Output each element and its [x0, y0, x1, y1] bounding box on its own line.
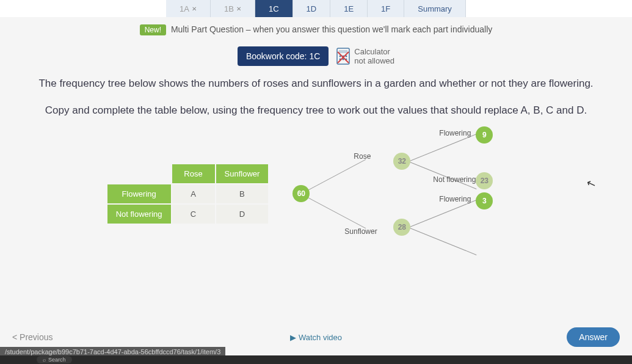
tree-root: 60 [292, 185, 310, 202]
new-badge: New! [140, 24, 166, 35]
calculator-label: Calculator [354, 47, 394, 56]
svg-rect-1 [339, 50, 347, 53]
question-paragraph-1: The frequency tree below shows the numbe… [0, 73, 632, 94]
frequency-table: Rose Sunflower Flowering A B Not floweri… [107, 164, 269, 224]
bookwork-code: Bookwork code: 1C [238, 46, 329, 66]
tab-1d[interactable]: 1D [293, 0, 331, 17]
video-icon: ▶ [290, 333, 296, 342]
tree-label-sun-flowering: Flowering [439, 195, 471, 203]
tree-label-sunflower: Sunflower [344, 227, 377, 236]
previous-button[interactable]: < Previous [12, 332, 53, 342]
table-cell-c: C [172, 205, 215, 224]
taskbar: ⌕ Search [0, 355, 632, 364]
tree-node-rose-flowering: 9 [476, 126, 493, 144]
bookwork-row: Bookwork code: 1C Calculator not allowed [0, 42, 632, 73]
tab-1f[interactable]: 1F [368, 0, 404, 17]
table-col-sunflower: Sunflower [216, 164, 269, 183]
tree-node-rose: 32 [393, 153, 410, 170]
content-area: Rose Sunflower Flowering A B Not floweri… [0, 133, 632, 255]
calculator-icon [336, 48, 351, 65]
table-col-rose: Rose [172, 164, 215, 183]
table-cell-d: D [216, 205, 269, 224]
frequency-tree: 60 Rose Sunflower 32 28 Flowering Not fl… [292, 133, 525, 255]
search-icon: ⌕ [43, 357, 46, 363]
table-corner [107, 164, 171, 183]
tree-label-rose-notflowering: Not flowering [433, 175, 476, 184]
tree-label-rose-flowering: Flowering [439, 129, 471, 137]
multipart-text: Multi Part Question – when you answer th… [171, 24, 492, 34]
multipart-notice: New! Multi Part Question – when you answ… [0, 17, 632, 42]
table-row-flowering: Flowering [107, 184, 171, 203]
close-icon: ✕ [192, 5, 197, 12]
footer: < Previous ▶ Watch video Answer [0, 327, 632, 347]
tab-1b[interactable]: 1B ✕ [211, 0, 255, 17]
tab-1e[interactable]: 1E [330, 0, 368, 17]
tab-1a[interactable]: 1A ✕ [166, 0, 211, 17]
tree-node-sun-flowering: 3 [476, 192, 493, 209]
tree-label-rose: Rose [354, 152, 371, 161]
tab-summary[interactable]: Summary [404, 0, 466, 17]
question-paragraph-2: Copy and complete the table below, using… [0, 100, 632, 121]
table-row-notflowering: Not flowering [107, 205, 171, 224]
table-cell-b: B [216, 184, 269, 203]
question-tabs: 1A ✕ 1B ✕ 1C 1D 1E 1F Summary [0, 0, 632, 17]
tree-node-sunflower: 28 [393, 219, 410, 236]
calculator-status: Calculator not allowed [336, 47, 394, 65]
watch-video-button[interactable]: ▶ Watch video [290, 333, 342, 342]
answer-button[interactable]: Answer [567, 327, 620, 347]
table-cell-a: A [172, 184, 215, 203]
calculator-not-allowed: not allowed [354, 56, 394, 65]
close-icon: ✕ [236, 5, 241, 12]
tab-1c[interactable]: 1C [255, 0, 293, 17]
tree-node-rose-notflowering: 23 [476, 172, 493, 189]
taskbar-search[interactable]: ⌕ Search [37, 356, 72, 363]
